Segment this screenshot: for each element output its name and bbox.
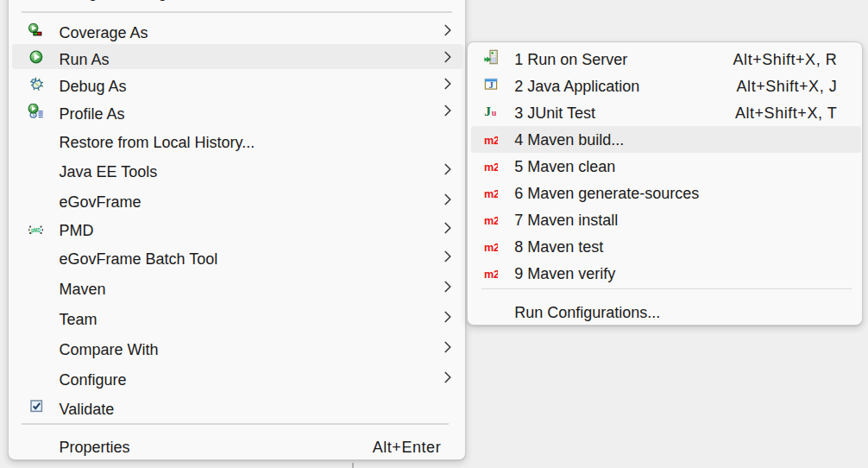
svg-text:m2: m2 [484,216,498,225]
svg-text:pMD: pMD [31,227,41,234]
svg-text:J: J [484,104,491,117]
svg-text:m2: m2 [484,189,498,199]
svg-text:J: J [488,80,493,90]
svg-text:m2: m2 [484,162,498,172]
svg-text:m2: m2 [484,243,498,252]
svg-text:u: u [491,107,496,117]
svg-text:m2: m2 [484,136,498,145]
svg-text:m2: m2 [484,269,498,279]
